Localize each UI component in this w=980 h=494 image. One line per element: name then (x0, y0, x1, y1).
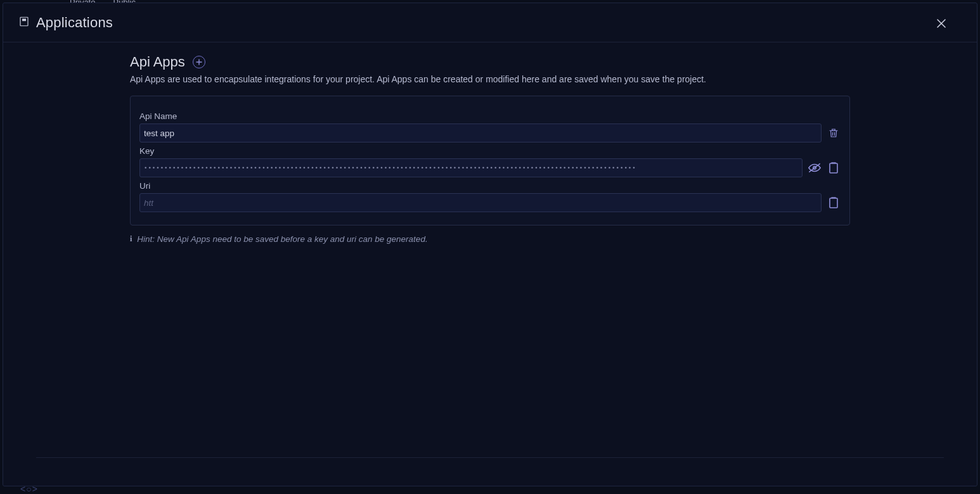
copy-key-button[interactable] (827, 161, 841, 175)
hint-row: i Hint: New Api Apps need to be saved be… (130, 234, 850, 244)
svg-rect-1 (22, 18, 26, 21)
info-icon: i (130, 234, 132, 244)
api-name-label: Api Name (139, 111, 841, 121)
modal-title: Applications (36, 15, 113, 31)
close-button[interactable] (935, 17, 948, 30)
section-description: Api Apps are used to encapsulate integra… (130, 74, 850, 84)
applications-modal: Applications Api Apps Api Apps are used … (3, 3, 977, 486)
delete-api-app-button[interactable] (827, 126, 841, 140)
add-api-app-button[interactable] (193, 56, 205, 68)
footer-divider (36, 457, 944, 458)
svg-rect-10 (830, 163, 837, 173)
svg-rect-11 (830, 198, 837, 208)
uri-label: Uri (139, 181, 841, 191)
key-input[interactable] (139, 158, 803, 177)
key-label: Key (139, 146, 841, 156)
svg-rect-0 (20, 17, 28, 26)
uri-input[interactable] (139, 193, 822, 212)
copy-uri-button[interactable] (827, 196, 841, 210)
section-title: Api Apps (130, 54, 185, 70)
modal-body: Api Apps Api Apps are used to encapsulat… (3, 42, 977, 486)
modal-header: Applications (3, 3, 977, 42)
toggle-key-visibility-button[interactable] (808, 161, 822, 175)
applications-icon (18, 16, 30, 30)
code-icon: <○> (20, 484, 38, 494)
api-name-input[interactable] (139, 124, 822, 142)
api-app-card: Api Name Key (130, 96, 850, 225)
hint-text: Hint: New Api Apps need to be saved befo… (137, 234, 427, 244)
